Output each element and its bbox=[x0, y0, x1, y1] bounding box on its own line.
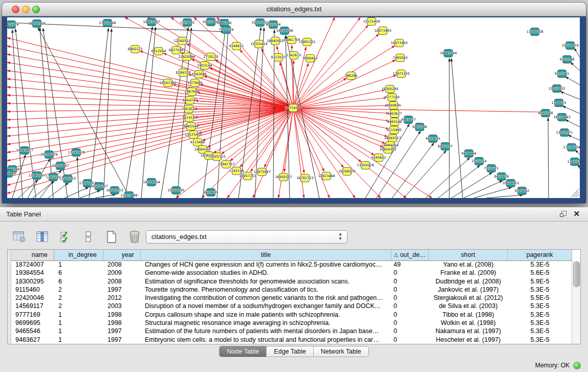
cell-year: 1997 bbox=[103, 336, 141, 344]
graph-node-label: 9242848 bbox=[192, 72, 207, 76]
desktop: citations_edges.txt 94055741667135827691… bbox=[0, 0, 588, 372]
graph-node-label: 9245652 bbox=[372, 156, 386, 160]
graph-node-label: 9375685 bbox=[188, 81, 203, 85]
graph-edge bbox=[278, 108, 293, 198]
cell-pagerank: 5.3E-5 bbox=[508, 286, 572, 294]
graph-node-label: 16671358 bbox=[28, 21, 45, 26]
column-header-title[interactable]: title bbox=[141, 250, 391, 260]
table-row[interactable]: 2242004622012Investigating the contribut… bbox=[11, 294, 572, 302]
delete-column-icon[interactable] bbox=[127, 230, 142, 244]
cell-year: 2009 bbox=[103, 269, 141, 277]
cell-title: Tourette syndrome. Phenomenology and cla… bbox=[141, 286, 391, 294]
column-header-out_de[interactable]: △out_de… bbox=[391, 250, 429, 260]
float-panel-icon[interactable] bbox=[560, 211, 567, 217]
table-row[interactable]: 911546021997Tourette syndrome. Phenomeno… bbox=[11, 286, 572, 294]
graph-node-label: 15751874 bbox=[561, 43, 578, 48]
graph-node-label: 1145194 bbox=[46, 175, 61, 179]
cell-pagerank: 5.3E-5 bbox=[508, 311, 572, 319]
create-column-icon[interactable] bbox=[104, 230, 119, 244]
graph-edge bbox=[560, 92, 580, 99]
table-row[interactable]: 1938455462009Genome-wide association stu… bbox=[11, 269, 572, 277]
cell-pagerank: 5.3E-5 bbox=[508, 260, 572, 269]
graph-edge bbox=[48, 183, 69, 198]
table-row[interactable]: 946554611997Estimation of the future num… bbox=[11, 327, 572, 335]
graph-node-label: 16443794 bbox=[440, 51, 456, 55]
cell-year: 1998 bbox=[103, 311, 141, 319]
table-row[interactable]: 1872400712008Changes of HCN gene express… bbox=[11, 260, 572, 269]
column-header-pagerank[interactable]: pagerank bbox=[508, 250, 572, 260]
graph-edge bbox=[548, 118, 549, 198]
select-all-columns-icon[interactable] bbox=[58, 230, 73, 244]
graph-edge bbox=[392, 143, 434, 198]
graph-node-label: 12505115 bbox=[208, 155, 225, 159]
table-row[interactable]: 1456911722003Disruption of a novel membe… bbox=[11, 302, 572, 310]
column-header-year[interactable]: year bbox=[103, 250, 141, 260]
graph-node-label: 9699695 bbox=[204, 190, 219, 194]
cell-in_degree: 6 bbox=[54, 269, 103, 277]
graph-edge bbox=[365, 124, 409, 198]
graph-edge bbox=[7, 108, 293, 152]
canvas-resize-grip-icon[interactable] bbox=[571, 189, 579, 197]
cell-title: Disruption of a novel member of a sodium… bbox=[141, 302, 391, 310]
cell-out_de: 0 bbox=[391, 336, 429, 344]
table-body: 1872400712008Changes of HCN gene express… bbox=[11, 260, 572, 344]
graph-edge bbox=[486, 195, 523, 198]
window-titlebar[interactable]: citations_edges.txt bbox=[2, 3, 586, 16]
graph-node-label: 10973493 bbox=[374, 29, 391, 33]
table-select-dropdown[interactable]: citations_edges.txt ▲▼ bbox=[146, 230, 347, 244]
cell-out_de: 0 bbox=[391, 277, 429, 286]
graph-edge bbox=[176, 108, 293, 198]
graph-node-label: 15885201 bbox=[298, 40, 315, 44]
graph-node-label: 9777169 bbox=[385, 95, 400, 99]
cell-name: 19384554 bbox=[11, 269, 54, 277]
tab-node-table[interactable]: Node Table bbox=[220, 346, 267, 357]
graph-node-label: 9329968 bbox=[560, 57, 575, 61]
graph-node-label: 12093832 bbox=[548, 86, 565, 91]
scrollbar-thumb[interactable] bbox=[573, 261, 580, 287]
graph-node-label: 16961758 bbox=[283, 38, 300, 42]
table-row[interactable]: 946362711997Embryonic stem cells: a mode… bbox=[11, 336, 572, 344]
memory-ok-led-icon bbox=[573, 362, 581, 369]
graph-node-label: 9463627 bbox=[387, 112, 402, 116]
column-visibility-icon[interactable] bbox=[35, 230, 50, 244]
panel-splitter[interactable] bbox=[0, 203, 588, 207]
cell-out_de: 0 bbox=[391, 269, 429, 277]
column-header-in_degree[interactable]: in_degree bbox=[54, 250, 103, 260]
graph-node-label: 2803144 bbox=[198, 63, 212, 68]
table-row[interactable]: 977716911998Corpus callosum shape and si… bbox=[11, 311, 572, 319]
cell-year: 2008 bbox=[103, 277, 141, 286]
cell-in_degree: 6 bbox=[54, 277, 103, 286]
table-row[interactable]: 969969511998Structural magnetic resonanc… bbox=[11, 319, 572, 327]
graph-node-label: 7932621 bbox=[484, 166, 499, 170]
graph-node-label: 12923448 bbox=[318, 174, 335, 178]
graph-node-label: 9227341 bbox=[555, 72, 570, 76]
graph-node-label: 7485063 bbox=[393, 56, 408, 60]
graph-edge bbox=[451, 58, 463, 198]
table-mode-icon[interactable] bbox=[12, 230, 27, 244]
tab-network-table[interactable]: Network Table bbox=[314, 346, 368, 357]
table-panel-title: Table Panel bbox=[6, 210, 41, 218]
cell-year: 2008 bbox=[103, 260, 141, 269]
graph-node-label: 14569117 bbox=[384, 136, 401, 140]
graph-node-label: 8860123 bbox=[128, 47, 143, 51]
graph-node-label: 8186328 bbox=[176, 71, 191, 75]
graph-edge bbox=[562, 106, 580, 114]
close-panel-icon[interactable]: ✕ bbox=[573, 209, 580, 218]
tab-edge-table[interactable]: Edge Table bbox=[267, 346, 313, 357]
column-header-short[interactable]: short bbox=[429, 250, 508, 260]
graph-node-label: 18724007 bbox=[285, 106, 301, 110]
table-row[interactable]: 1830029562008Estimation of significance … bbox=[11, 277, 572, 286]
table-header-row: namein_degreeyeartitle△out_de…shortpager… bbox=[11, 250, 572, 261]
unselect-all-columns-icon[interactable] bbox=[81, 230, 96, 244]
graph-edge bbox=[565, 120, 580, 127]
graph-edge bbox=[293, 78, 346, 108]
graph-node-label: 13942757 bbox=[217, 162, 234, 166]
vertical-scrollbar[interactable] bbox=[572, 260, 580, 344]
graph-edge bbox=[568, 135, 580, 140]
cell-in_degree: 1 bbox=[54, 311, 103, 319]
graph-node-label: 10654112 bbox=[379, 147, 396, 151]
cell-pagerank: 5.9E-5 bbox=[508, 277, 572, 286]
graph-node-label: 7857224 bbox=[219, 28, 234, 32]
column-header-name[interactable]: name bbox=[11, 250, 54, 260]
network-canvas[interactable]: 9405574166713582769140610653287152760264… bbox=[7, 17, 580, 198]
